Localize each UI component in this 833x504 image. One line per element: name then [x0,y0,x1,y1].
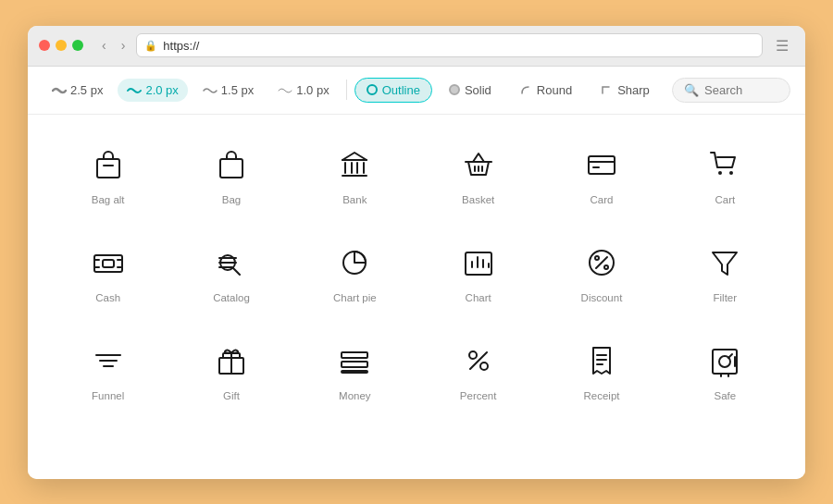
bank-label: Bank [342,194,367,205]
chart-icon [458,242,499,283]
traffic-lights [39,40,83,51]
lock-icon: 🔒 [144,40,157,52]
filter-icon [704,242,745,283]
icon-cell-gift[interactable]: Gift [169,320,292,418]
icon-cell-filter[interactable]: Filter [664,222,787,320]
safe-label: Safe [714,390,736,401]
style-label-solid: Solid [465,83,491,97]
svg-rect-45 [342,362,367,367]
svg-line-47 [470,352,487,369]
stroke-label-1-0: 1.0 px [296,83,329,97]
svg-point-15 [718,171,722,175]
browser-window: ‹ › 🔒 https:// ☰ 2.5 px 2.0 px 1.5 px 1.… [28,26,805,479]
svg-point-37 [604,265,608,269]
svg-rect-1 [220,159,242,178]
icon-cell-bank[interactable]: Bank [293,124,416,222]
percent-icon [458,340,499,381]
stroke-label-1-5: 1.5 px [221,83,254,97]
stroke-label-2-0: 2.0 px [145,83,178,97]
bag-alt-icon [88,144,129,185]
stroke-btn-1-0[interactable]: 1.0 px [268,79,338,102]
svg-point-49 [480,363,488,370]
gift-label: Gift [223,390,240,401]
icon-cell-percent[interactable]: Percent [416,320,540,418]
stroke-wave-icon-1-5 [203,85,218,94]
menu-button[interactable]: ☰ [770,35,794,56]
svg-point-48 [469,351,477,359]
stroke-btn-2-0[interactable]: 2.0 px [118,79,187,102]
receipt-icon [581,340,622,381]
svg-rect-17 [94,255,122,272]
cart-label: Cart [715,194,735,205]
icon-cell-catalog[interactable]: Catalog [169,222,292,320]
icon-cell-bag[interactable]: Bag [169,124,292,222]
chart-pie-label: Chart pie [333,292,377,303]
gift-icon [211,340,252,381]
icon-cell-chart-pie[interactable]: Chart pie [293,222,416,320]
style-btn-outline[interactable]: Outline [354,78,432,103]
round-corner-icon [519,84,532,95]
bank-icon [334,144,375,185]
icon-cell-card[interactable]: Card [540,124,663,222]
url-text: https:// [163,39,199,53]
safe-icon [704,340,745,381]
stroke-label-2-5: 2.5 px [70,83,103,97]
svg-point-16 [729,171,733,175]
style-btn-round[interactable]: Round [508,79,583,102]
content-area: Bag alt Bag [28,115,805,479]
funnel-icon [88,340,129,381]
cash-icon [88,242,129,283]
svg-line-24 [233,268,240,275]
stroke-btn-2-5[interactable]: 2.5 px [43,79,112,102]
funnel-label: Funnel [92,390,124,401]
basket-icon [458,144,499,185]
outline-dot [367,84,378,95]
icon-cell-safe[interactable]: Safe [664,320,787,418]
bag-alt-label: Bag alt [92,194,125,205]
search-box[interactable]: 🔍 [672,78,790,103]
stroke-wave-icon-2-5 [52,85,67,94]
icon-cell-discount[interactable]: Discount [540,222,663,320]
style-label-round: Round [537,83,572,97]
icon-cell-basket[interactable]: Basket [416,124,540,222]
address-bar[interactable]: 🔒 https:// [136,33,763,57]
traffic-light-yellow[interactable] [56,40,67,51]
icon-cell-cash[interactable]: Cash [46,222,169,320]
filter-label: Filter [714,292,738,303]
chart-pie-icon [334,242,375,283]
divider-1 [346,80,347,100]
search-icon: 🔍 [684,83,699,97]
icon-cell-bag-alt[interactable]: Bag alt [46,124,169,222]
icon-cell-funnel[interactable]: Funnel [46,320,169,418]
catalog-label: Catalog [213,292,250,303]
bag-label: Bag [222,194,241,205]
search-input[interactable] [704,83,778,97]
style-label-sharp: Sharp [617,83,650,97]
discount-icon [581,242,622,283]
traffic-light-red[interactable] [39,40,50,51]
back-button[interactable]: ‹ [98,36,110,55]
chart-label: Chart [466,292,491,303]
svg-rect-0 [97,159,119,178]
icon-cell-receipt[interactable]: Receipt [540,320,663,418]
stroke-wave-icon-2-0 [127,85,142,94]
card-label: Card [591,194,614,205]
svg-rect-46 [342,371,367,373]
traffic-light-green[interactable] [72,40,83,51]
stroke-btn-1-5[interactable]: 1.5 px [193,79,263,102]
style-btn-sharp[interactable]: Sharp [589,79,661,102]
discount-label: Discount [581,292,623,303]
basket-label: Basket [462,194,494,205]
stroke-wave-icon-1-0 [278,85,292,94]
forward-button[interactable]: › [118,36,130,55]
icon-cell-cart[interactable]: Cart [664,124,787,222]
style-btn-solid[interactable]: Solid [438,79,503,102]
bag-icon [211,144,252,185]
icon-cell-chart[interactable]: Chart [416,222,540,320]
toolbar: 2.5 px 2.0 px 1.5 px 1.0 px Outline Soli… [28,67,805,115]
cash-label: Cash [95,292,120,303]
icon-cell-money[interactable]: Money [293,320,416,418]
svg-line-55 [728,354,732,358]
svg-rect-12 [589,156,615,174]
style-label-outline: Outline [382,83,420,97]
